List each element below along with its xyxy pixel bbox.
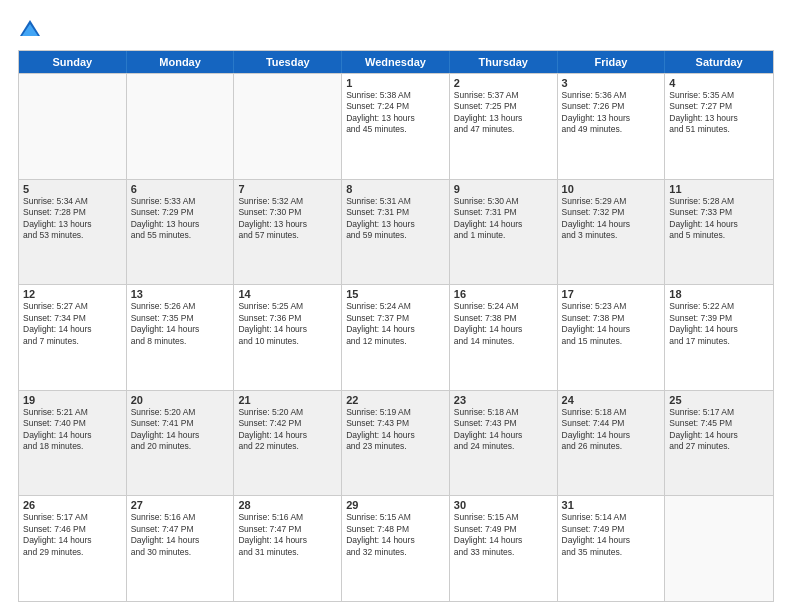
- day-number: 14: [238, 288, 337, 300]
- day-info: Sunrise: 5:26 AM Sunset: 7:35 PM Dayligh…: [131, 301, 230, 347]
- calendar-cell: 15Sunrise: 5:24 AM Sunset: 7:37 PM Dayli…: [342, 285, 450, 390]
- day-info: Sunrise: 5:16 AM Sunset: 7:47 PM Dayligh…: [238, 512, 337, 558]
- day-number: 9: [454, 183, 553, 195]
- calendar-cell: 19Sunrise: 5:21 AM Sunset: 7:40 PM Dayli…: [19, 391, 127, 496]
- logo-icon: [18, 18, 42, 42]
- day-number: 22: [346, 394, 445, 406]
- calendar-cell: [665, 496, 773, 601]
- calendar-cell: [127, 74, 235, 179]
- calendar-cell: 7Sunrise: 5:32 AM Sunset: 7:30 PM Daylig…: [234, 180, 342, 285]
- calendar-cell: 18Sunrise: 5:22 AM Sunset: 7:39 PM Dayli…: [665, 285, 773, 390]
- day-number: 4: [669, 77, 769, 89]
- day-number: 5: [23, 183, 122, 195]
- calendar: SundayMondayTuesdayWednesdayThursdayFrid…: [18, 50, 774, 602]
- day-number: 17: [562, 288, 661, 300]
- day-number: 8: [346, 183, 445, 195]
- day-info: Sunrise: 5:30 AM Sunset: 7:31 PM Dayligh…: [454, 196, 553, 242]
- calendar-row: 5Sunrise: 5:34 AM Sunset: 7:28 PM Daylig…: [19, 179, 773, 285]
- day-number: 10: [562, 183, 661, 195]
- day-info: Sunrise: 5:17 AM Sunset: 7:45 PM Dayligh…: [669, 407, 769, 453]
- weekday-header: Monday: [127, 51, 235, 73]
- day-number: 7: [238, 183, 337, 195]
- day-info: Sunrise: 5:15 AM Sunset: 7:49 PM Dayligh…: [454, 512, 553, 558]
- day-info: Sunrise: 5:36 AM Sunset: 7:26 PM Dayligh…: [562, 90, 661, 136]
- calendar-body: 1Sunrise: 5:38 AM Sunset: 7:24 PM Daylig…: [19, 73, 773, 601]
- calendar-cell: 24Sunrise: 5:18 AM Sunset: 7:44 PM Dayli…: [558, 391, 666, 496]
- day-info: Sunrise: 5:20 AM Sunset: 7:42 PM Dayligh…: [238, 407, 337, 453]
- calendar-cell: 27Sunrise: 5:16 AM Sunset: 7:47 PM Dayli…: [127, 496, 235, 601]
- day-info: Sunrise: 5:22 AM Sunset: 7:39 PM Dayligh…: [669, 301, 769, 347]
- day-number: 18: [669, 288, 769, 300]
- calendar-cell: 4Sunrise: 5:35 AM Sunset: 7:27 PM Daylig…: [665, 74, 773, 179]
- weekday-header: Tuesday: [234, 51, 342, 73]
- calendar-cell: 20Sunrise: 5:20 AM Sunset: 7:41 PM Dayli…: [127, 391, 235, 496]
- day-info: Sunrise: 5:27 AM Sunset: 7:34 PM Dayligh…: [23, 301, 122, 347]
- day-info: Sunrise: 5:31 AM Sunset: 7:31 PM Dayligh…: [346, 196, 445, 242]
- day-number: 12: [23, 288, 122, 300]
- day-info: Sunrise: 5:15 AM Sunset: 7:48 PM Dayligh…: [346, 512, 445, 558]
- day-info: Sunrise: 5:18 AM Sunset: 7:44 PM Dayligh…: [562, 407, 661, 453]
- day-info: Sunrise: 5:37 AM Sunset: 7:25 PM Dayligh…: [454, 90, 553, 136]
- calendar-row: 1Sunrise: 5:38 AM Sunset: 7:24 PM Daylig…: [19, 73, 773, 179]
- weekday-header: Wednesday: [342, 51, 450, 73]
- day-number: 11: [669, 183, 769, 195]
- calendar-cell: 31Sunrise: 5:14 AM Sunset: 7:49 PM Dayli…: [558, 496, 666, 601]
- day-info: Sunrise: 5:23 AM Sunset: 7:38 PM Dayligh…: [562, 301, 661, 347]
- day-info: Sunrise: 5:24 AM Sunset: 7:37 PM Dayligh…: [346, 301, 445, 347]
- header: [18, 18, 774, 42]
- day-info: Sunrise: 5:24 AM Sunset: 7:38 PM Dayligh…: [454, 301, 553, 347]
- calendar-cell: 8Sunrise: 5:31 AM Sunset: 7:31 PM Daylig…: [342, 180, 450, 285]
- day-number: 16: [454, 288, 553, 300]
- day-info: Sunrise: 5:25 AM Sunset: 7:36 PM Dayligh…: [238, 301, 337, 347]
- calendar-cell: 25Sunrise: 5:17 AM Sunset: 7:45 PM Dayli…: [665, 391, 773, 496]
- calendar-cell: 23Sunrise: 5:18 AM Sunset: 7:43 PM Dayli…: [450, 391, 558, 496]
- day-info: Sunrise: 5:16 AM Sunset: 7:47 PM Dayligh…: [131, 512, 230, 558]
- day-number: 13: [131, 288, 230, 300]
- page: SundayMondayTuesdayWednesdayThursdayFrid…: [0, 0, 792, 612]
- day-info: Sunrise: 5:21 AM Sunset: 7:40 PM Dayligh…: [23, 407, 122, 453]
- day-number: 26: [23, 499, 122, 511]
- day-info: Sunrise: 5:20 AM Sunset: 7:41 PM Dayligh…: [131, 407, 230, 453]
- day-info: Sunrise: 5:19 AM Sunset: 7:43 PM Dayligh…: [346, 407, 445, 453]
- logo: [18, 18, 46, 42]
- calendar-cell: 11Sunrise: 5:28 AM Sunset: 7:33 PM Dayli…: [665, 180, 773, 285]
- calendar-cell: 1Sunrise: 5:38 AM Sunset: 7:24 PM Daylig…: [342, 74, 450, 179]
- calendar-cell: 14Sunrise: 5:25 AM Sunset: 7:36 PM Dayli…: [234, 285, 342, 390]
- calendar-cell: 6Sunrise: 5:33 AM Sunset: 7:29 PM Daylig…: [127, 180, 235, 285]
- day-number: 15: [346, 288, 445, 300]
- calendar-cell: 22Sunrise: 5:19 AM Sunset: 7:43 PM Dayli…: [342, 391, 450, 496]
- calendar-cell: 13Sunrise: 5:26 AM Sunset: 7:35 PM Dayli…: [127, 285, 235, 390]
- calendar-cell: 12Sunrise: 5:27 AM Sunset: 7:34 PM Dayli…: [19, 285, 127, 390]
- calendar-cell: 29Sunrise: 5:15 AM Sunset: 7:48 PM Dayli…: [342, 496, 450, 601]
- day-number: 2: [454, 77, 553, 89]
- calendar-row: 12Sunrise: 5:27 AM Sunset: 7:34 PM Dayli…: [19, 284, 773, 390]
- day-info: Sunrise: 5:18 AM Sunset: 7:43 PM Dayligh…: [454, 407, 553, 453]
- calendar-cell: 17Sunrise: 5:23 AM Sunset: 7:38 PM Dayli…: [558, 285, 666, 390]
- day-number: 27: [131, 499, 230, 511]
- day-info: Sunrise: 5:29 AM Sunset: 7:32 PM Dayligh…: [562, 196, 661, 242]
- day-number: 29: [346, 499, 445, 511]
- calendar-cell: 2Sunrise: 5:37 AM Sunset: 7:25 PM Daylig…: [450, 74, 558, 179]
- calendar-cell: 21Sunrise: 5:20 AM Sunset: 7:42 PM Dayli…: [234, 391, 342, 496]
- day-number: 24: [562, 394, 661, 406]
- calendar-cell: 16Sunrise: 5:24 AM Sunset: 7:38 PM Dayli…: [450, 285, 558, 390]
- calendar-row: 26Sunrise: 5:17 AM Sunset: 7:46 PM Dayli…: [19, 495, 773, 601]
- day-info: Sunrise: 5:32 AM Sunset: 7:30 PM Dayligh…: [238, 196, 337, 242]
- day-number: 19: [23, 394, 122, 406]
- calendar-cell: 10Sunrise: 5:29 AM Sunset: 7:32 PM Dayli…: [558, 180, 666, 285]
- day-info: Sunrise: 5:34 AM Sunset: 7:28 PM Dayligh…: [23, 196, 122, 242]
- day-number: 21: [238, 394, 337, 406]
- weekday-header: Thursday: [450, 51, 558, 73]
- calendar-cell: 30Sunrise: 5:15 AM Sunset: 7:49 PM Dayli…: [450, 496, 558, 601]
- calendar-cell: 9Sunrise: 5:30 AM Sunset: 7:31 PM Daylig…: [450, 180, 558, 285]
- day-number: 30: [454, 499, 553, 511]
- calendar-cell: 3Sunrise: 5:36 AM Sunset: 7:26 PM Daylig…: [558, 74, 666, 179]
- day-info: Sunrise: 5:28 AM Sunset: 7:33 PM Dayligh…: [669, 196, 769, 242]
- weekday-header: Friday: [558, 51, 666, 73]
- day-number: 6: [131, 183, 230, 195]
- day-number: 28: [238, 499, 337, 511]
- calendar-cell: 28Sunrise: 5:16 AM Sunset: 7:47 PM Dayli…: [234, 496, 342, 601]
- day-info: Sunrise: 5:38 AM Sunset: 7:24 PM Dayligh…: [346, 90, 445, 136]
- day-number: 23: [454, 394, 553, 406]
- day-number: 3: [562, 77, 661, 89]
